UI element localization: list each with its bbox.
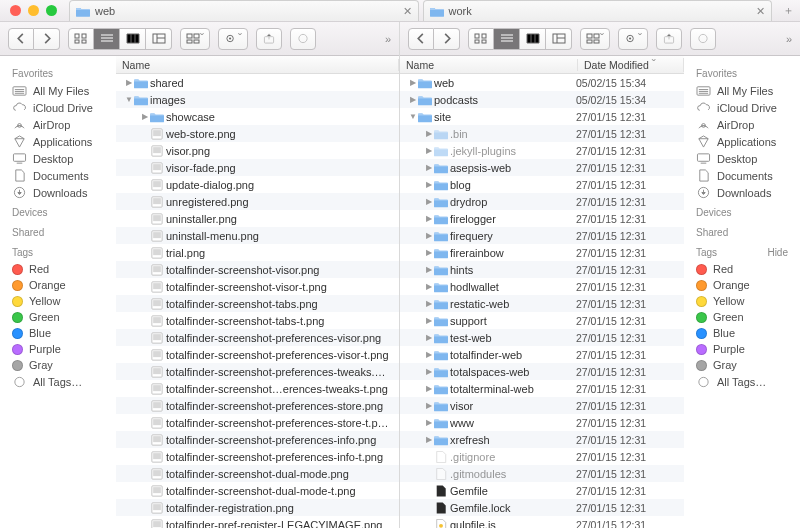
view-icon-button[interactable] (68, 28, 94, 50)
column-date[interactable]: Date Modified ˇ (578, 58, 684, 72)
list-item[interactable]: ▶.bin27/01/15 12:31 (400, 125, 684, 142)
list-item[interactable]: .gitignore27/01/15 12:31 (400, 448, 684, 465)
disclosure-triangle-icon[interactable]: ▶ (424, 163, 434, 172)
list-item[interactable]: totalfinder-screenshot-preferences-store… (116, 414, 399, 431)
list-item[interactable]: ▶hints27/01/15 12:31 (400, 261, 684, 278)
tag-gray[interactable]: Gray (0, 357, 116, 373)
list-item[interactable]: ▶drydrop27/01/15 12:31 (400, 193, 684, 210)
view-list-button[interactable] (494, 28, 520, 50)
toolbar-overflow-button[interactable]: » (385, 33, 391, 45)
edit-tags-button[interactable] (290, 28, 316, 50)
view-coverflow-button[interactable] (546, 28, 572, 50)
column-header[interactable]: Name (116, 56, 399, 74)
back-button[interactable] (408, 28, 434, 50)
all-tags-button[interactable]: All Tags… (684, 373, 800, 390)
disclosure-triangle-icon[interactable]: ▶ (424, 248, 434, 257)
disclosure-triangle-icon[interactable]: ▶ (124, 78, 134, 87)
sidebar-item-apps[interactable]: Applications (0, 133, 116, 150)
list-item[interactable]: ▶shared (116, 74, 399, 91)
tag-green[interactable]: Green (0, 309, 116, 325)
list-item[interactable]: unregistered.png (116, 193, 399, 210)
window-close-button[interactable] (10, 5, 21, 16)
view-column-button[interactable] (120, 28, 146, 50)
list-item[interactable]: ▶asepsis-web27/01/15 12:31 (400, 159, 684, 176)
all-tags-button[interactable]: All Tags… (0, 373, 116, 390)
toolbar-overflow-button[interactable]: » (786, 33, 792, 45)
disclosure-triangle-icon[interactable]: ▶ (408, 95, 418, 104)
disclosure-triangle-icon[interactable]: ▶ (424, 197, 434, 206)
file-list-right[interactable]: ▶web05/02/15 15:34▶podcasts05/02/15 15:3… (400, 74, 684, 528)
window-zoom-button[interactable] (46, 5, 57, 16)
list-item[interactable]: trial.png (116, 244, 399, 261)
list-item[interactable]: Gemfile.lock27/01/15 12:31 (400, 499, 684, 516)
view-coverflow-button[interactable] (146, 28, 172, 50)
sidebar-item-apps[interactable]: Applications (684, 133, 800, 150)
disclosure-triangle-icon[interactable]: ▶ (424, 384, 434, 393)
sidebar-item-airdrop[interactable]: AirDrop (684, 116, 800, 133)
sidebar-item-downloads[interactable]: Downloads (0, 184, 116, 201)
disclosure-triangle-icon[interactable]: ▶ (424, 146, 434, 155)
list-item[interactable]: ▶web05/02/15 15:34 (400, 74, 684, 91)
list-item[interactable]: ▶hodlwallet27/01/15 12:31 (400, 278, 684, 295)
disclosure-triangle-icon[interactable]: ▶ (424, 231, 434, 240)
list-item[interactable]: visor-fade.png (116, 159, 399, 176)
tab-work[interactable]: work ✕ (423, 0, 773, 21)
disclosure-triangle-icon[interactable]: ▶ (424, 299, 434, 308)
list-item[interactable]: Gemfile27/01/15 12:31 (400, 482, 684, 499)
list-item[interactable]: ▶.jekyll-plugins27/01/15 12:31 (400, 142, 684, 159)
forward-button[interactable] (34, 28, 60, 50)
disclosure-triangle-icon[interactable]: ▶ (408, 78, 418, 87)
sidebar-item-doc[interactable]: Documents (684, 167, 800, 184)
sidebar-item-desktop[interactable]: Desktop (684, 150, 800, 167)
tag-orange[interactable]: Orange (684, 277, 800, 293)
share-button[interactable] (656, 28, 682, 50)
tab-web[interactable]: web ✕ (69, 0, 419, 21)
column-header[interactable]: Name Date Modified ˇ (400, 56, 684, 74)
list-item[interactable]: ▶firelogger27/01/15 12:31 (400, 210, 684, 227)
new-tab-button[interactable]: ＋ (776, 0, 800, 21)
list-item[interactable]: totalfinder-screenshot-preferences-tweak… (116, 363, 399, 380)
disclosure-triangle-icon[interactable]: ▶ (140, 112, 150, 121)
sidebar-item-desktop[interactable]: Desktop (0, 150, 116, 167)
list-item[interactable]: ▶restatic-web27/01/15 12:31 (400, 295, 684, 312)
sidebar-item-airdrop[interactable]: AirDrop (0, 116, 116, 133)
back-button[interactable] (8, 28, 34, 50)
view-column-button[interactable] (520, 28, 546, 50)
tag-green[interactable]: Green (684, 309, 800, 325)
forward-button[interactable] (434, 28, 460, 50)
list-item[interactable]: totalfinder-screenshot…erences-tweaks-t.… (116, 380, 399, 397)
action-button[interactable]: ˇ (218, 28, 248, 50)
tag-purple[interactable]: Purple (0, 341, 116, 357)
sidebar-item-allfiles[interactable]: All My Files (0, 82, 116, 99)
close-icon[interactable]: ✕ (403, 5, 412, 18)
list-item[interactable]: totalfinder-screenshot-visor-t.png (116, 278, 399, 295)
sidebar-item-cloud[interactable]: iCloud Drive (0, 99, 116, 116)
tag-blue[interactable]: Blue (0, 325, 116, 341)
disclosure-triangle-icon[interactable]: ▶ (424, 435, 434, 444)
disclosure-triangle-icon[interactable]: ▶ (424, 367, 434, 376)
tag-gray[interactable]: Gray (684, 357, 800, 373)
action-button[interactable]: ˇ (618, 28, 648, 50)
share-button[interactable] (256, 28, 282, 50)
disclosure-triangle-icon[interactable]: ▶ (424, 214, 434, 223)
list-item[interactable]: ▶www27/01/15 12:31 (400, 414, 684, 431)
disclosure-triangle-icon[interactable]: ▶ (424, 129, 434, 138)
list-item[interactable]: totalfinder-screenshot-dual-mode.png (116, 465, 399, 482)
tag-yellow[interactable]: Yellow (0, 293, 116, 309)
list-item[interactable]: ▶totalspaces-web27/01/15 12:31 (400, 363, 684, 380)
list-item[interactable]: ▶support27/01/15 12:31 (400, 312, 684, 329)
disclosure-triangle-icon[interactable]: ▼ (124, 95, 134, 104)
list-item[interactable]: ▶totalterminal-web27/01/15 12:31 (400, 380, 684, 397)
sidebar-item-doc[interactable]: Documents (0, 167, 116, 184)
disclosure-triangle-icon[interactable]: ▶ (424, 333, 434, 342)
column-name[interactable]: Name (400, 59, 578, 71)
disclosure-triangle-icon[interactable]: ▶ (424, 316, 434, 325)
list-item[interactable]: .gitmodules27/01/15 12:31 (400, 465, 684, 482)
disclosure-triangle-icon[interactable]: ▶ (424, 180, 434, 189)
file-list-left[interactable]: ▶shared▼images▶showcaseweb-store.pngviso… (116, 74, 399, 528)
list-item[interactable]: totalfinder-screenshot-tabs.png (116, 295, 399, 312)
tag-red[interactable]: Red (684, 261, 800, 277)
view-list-button[interactable] (94, 28, 120, 50)
list-item[interactable]: totalfinder-pref-register-LEGACYIMAGE.pn… (116, 516, 399, 528)
list-item[interactable]: ▼images (116, 91, 399, 108)
